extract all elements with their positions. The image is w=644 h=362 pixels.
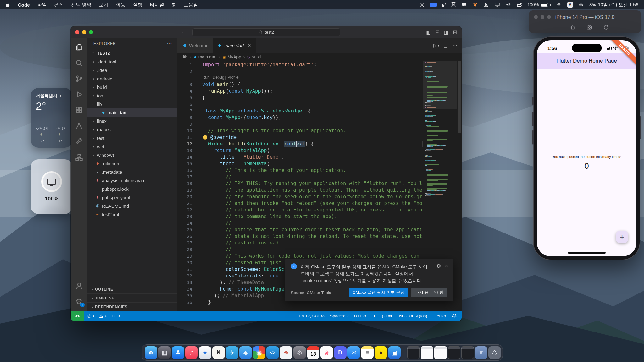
volume-icon[interactable] bbox=[505, 2, 511, 8]
code-line[interactable]: 21 // and then invoke "hot reload" (save… bbox=[177, 200, 423, 207]
activity-source-control-icon[interactable] bbox=[71, 71, 87, 86]
split-editor-icon[interactable]: ◫ bbox=[444, 43, 448, 48]
mute-switch[interactable] bbox=[532, 97, 534, 105]
tree-item-pubspec-lock[interactable]: ≡pubspec.lock bbox=[87, 185, 177, 193]
toggle-secondary-sidebar-icon[interactable]: ◨ bbox=[444, 29, 448, 35]
code-line[interactable]: 10 // This widget is the root of your ap… bbox=[177, 128, 423, 134]
explorer-more-actions-icon[interactable]: ⋯ bbox=[167, 41, 172, 47]
toggle-panel-icon[interactable]: ⊟ bbox=[435, 29, 439, 35]
dock-photos[interactable]: ❀ bbox=[320, 346, 333, 359]
status-formatter[interactable]: Prettier bbox=[432, 314, 446, 318]
tree-item-main-dart[interactable]: ◆main.dart bbox=[87, 108, 177, 117]
tree-item-build[interactable]: ›build bbox=[87, 83, 177, 91]
code-line[interactable]: 22 // reload" button in a Flutter-suppor… bbox=[177, 207, 423, 213]
status-encoding[interactable]: UTF-8 bbox=[354, 314, 366, 318]
line-number[interactable]: 7 bbox=[177, 108, 197, 114]
code-line[interactable]: 17 // bbox=[177, 174, 423, 180]
status-eol[interactable]: LF bbox=[371, 314, 376, 318]
person-icon[interactable] bbox=[483, 2, 489, 8]
line-number[interactable]: 34 bbox=[177, 286, 197, 293]
menu-item[interactable]: 선택 영역 bbox=[71, 2, 92, 8]
run-button[interactable]: ▷▾ bbox=[433, 43, 439, 48]
dock-safari[interactable]: ✦ bbox=[199, 346, 211, 359]
line-number[interactable]: 2 bbox=[177, 68, 197, 75]
menu-item[interactable]: 파일 bbox=[37, 2, 47, 8]
zoom-window-button[interactable] bbox=[89, 30, 93, 34]
activity-remote-explorer-icon[interactable] bbox=[71, 149, 87, 165]
activity-run-debug-icon[interactable] bbox=[71, 86, 87, 102]
tree-item-lib[interactable]: ›lib bbox=[87, 100, 177, 108]
line-number[interactable]: 33 bbox=[177, 279, 197, 286]
code-line[interactable]: 15 theme: ThemeData( bbox=[177, 161, 423, 167]
activity-extensions-icon[interactable] bbox=[71, 102, 87, 118]
dock-telegram[interactable]: ✈ bbox=[226, 346, 238, 359]
active-app-name[interactable]: Code bbox=[18, 2, 30, 8]
line-number[interactable]: 23 bbox=[177, 213, 197, 220]
battery-widget[interactable]: 100% bbox=[31, 159, 72, 214]
tree-item-ios[interactable]: ›ios bbox=[87, 91, 177, 100]
increment-fab-button[interactable]: + bbox=[616, 231, 628, 243]
section-dependencies[interactable]: ›DEPENDENCIES bbox=[87, 302, 177, 311]
apple-icon[interactable] bbox=[6, 2, 10, 8]
tree-item-macos[interactable]: ›macos bbox=[87, 125, 177, 134]
tree-item-readme-md[interactable]: ⓘREADME.md bbox=[87, 202, 177, 210]
line-number[interactable]: 28 bbox=[177, 246, 197, 253]
line-number[interactable]: 11 bbox=[177, 134, 197, 141]
menu-bar-clock[interactable]: 3월 13일 (수) 오전 1:56 bbox=[589, 2, 638, 8]
code-line[interactable]: 14 title: 'Flutter Demo', bbox=[177, 154, 423, 161]
dont-show-again-button[interactable]: 다시 표시 안 함 bbox=[411, 288, 447, 297]
tab-welcome[interactable]: Welcome bbox=[177, 38, 213, 53]
rotate-icon[interactable] bbox=[603, 24, 609, 30]
editor-scrollbar[interactable] bbox=[457, 61, 462, 311]
code-line[interactable]: 13 return MaterialApp( bbox=[177, 147, 423, 154]
line-number[interactable]: 24 bbox=[177, 220, 197, 227]
tree-item-test[interactable]: ›test bbox=[87, 134, 177, 142]
dock-minimized-dark-window-2[interactable] bbox=[461, 346, 474, 359]
line-number[interactable]: 25 bbox=[177, 227, 197, 233]
code-line[interactable]: 12 Widget build(BuildContext context) { bbox=[177, 141, 423, 147]
line-number[interactable]: 12 bbox=[177, 141, 197, 147]
line-number[interactable]: 14 bbox=[177, 154, 197, 161]
command-center-search[interactable]: test2 bbox=[192, 28, 340, 36]
code-line[interactable]: 6 bbox=[177, 101, 423, 108]
status-indentation[interactable]: Spaces: 2 bbox=[330, 314, 349, 318]
menu-item[interactable]: 실행 bbox=[133, 2, 142, 8]
dock-discord[interactable]: D bbox=[334, 346, 347, 359]
line-number[interactable]: 30 bbox=[177, 260, 197, 266]
dock-minimized-document-window-2[interactable] bbox=[434, 346, 447, 359]
status-language-mode[interactable]: {} Dart bbox=[382, 314, 394, 318]
minimize-window-button[interactable] bbox=[82, 30, 86, 34]
code-line[interactable]: 11@override bbox=[177, 134, 423, 141]
code-line[interactable]: 18 // TRY THIS: Try running your applica… bbox=[177, 180, 423, 187]
tree-item-test2[interactable]: ›TEST2 bbox=[87, 49, 177, 58]
line-number[interactable]: 16 bbox=[177, 167, 197, 174]
line-number[interactable]: 18 bbox=[177, 180, 197, 187]
line-number[interactable]: 6 bbox=[177, 101, 197, 108]
line-number[interactable]: 9 bbox=[177, 121, 197, 128]
section-timeline[interactable]: ›TIMELINE bbox=[87, 293, 177, 302]
menu-item[interactable]: 보기 bbox=[99, 2, 108, 8]
status-device-selector[interactable]: NOGUEN (ios) bbox=[399, 314, 427, 318]
line-number[interactable]: 8 bbox=[177, 114, 197, 121]
section-outline[interactable]: ›OUTLINE bbox=[87, 285, 177, 293]
code-line[interactable]: 20 // try changing the seedColor in the … bbox=[177, 194, 423, 200]
dock-music[interactable]: ♫ bbox=[185, 346, 198, 359]
line-number[interactable]: 29 bbox=[177, 253, 197, 260]
tree-item--gitignore[interactable]: ◆.gitignore bbox=[87, 159, 177, 168]
activity-search-icon[interactable] bbox=[71, 55, 87, 71]
line-number[interactable]: 4 bbox=[177, 88, 197, 95]
menu-item[interactable]: 편집 bbox=[54, 2, 64, 8]
code-line[interactable]: 25 // Notice that the counter didn't res… bbox=[177, 227, 423, 233]
breadcrumb-item[interactable]: ▣MyApp bbox=[223, 54, 241, 59]
dock-chrome[interactable]: ◉ bbox=[253, 346, 265, 359]
code-line[interactable]: 5} bbox=[177, 95, 423, 101]
breadcrumb-item[interactable]: ◇build bbox=[247, 54, 261, 59]
dock-sourcetree[interactable]: ❖ bbox=[280, 346, 292, 359]
close-window-button[interactable] bbox=[75, 30, 79, 34]
code-line[interactable]: 26 // state is not lost during the reloa… bbox=[177, 233, 423, 240]
line-number[interactable]: 26 bbox=[177, 233, 197, 240]
tree-item-analysis-options-yaml[interactable]: !analysis_options.yaml bbox=[87, 176, 177, 185]
ports-indicator[interactable]: 0 bbox=[112, 314, 120, 318]
wifi-icon[interactable] bbox=[556, 2, 562, 8]
menu-item[interactable]: 창 bbox=[172, 2, 176, 8]
